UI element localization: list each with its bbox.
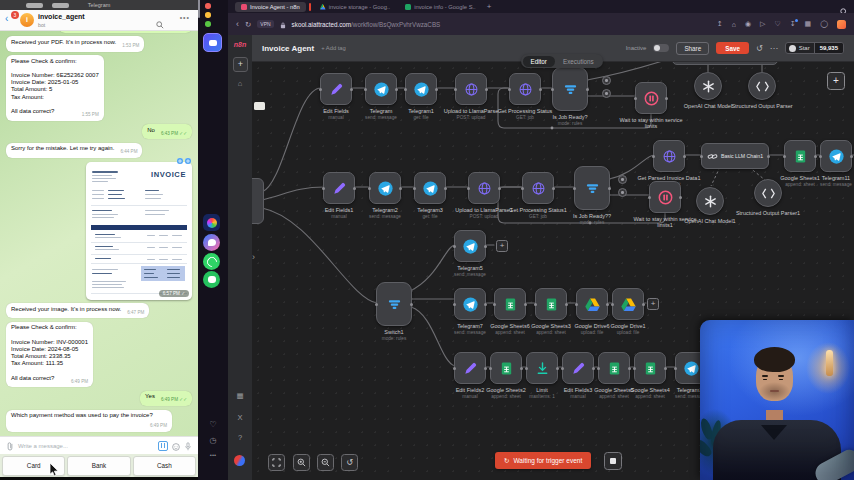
bot-keyboard-icon[interactable] (158, 441, 168, 451)
chat-header: ‹ 3 i invoice_agent bot ••• (0, 10, 198, 31)
download-icon[interactable]: ↧ (790, 20, 796, 28)
share-button[interactable]: Share (676, 42, 709, 55)
profile-avatar[interactable] (837, 20, 846, 29)
new-tab-button[interactable]: + (487, 2, 492, 11)
chat-message: Please Check & confirm: Invoice Number: … (6, 55, 104, 121)
invoice-table-header (91, 225, 187, 230)
emoji-icon[interactable] (172, 437, 180, 455)
chat-menu-icon[interactable]: ••• (180, 14, 190, 21)
zoom-in-button[interactable] (293, 454, 310, 471)
active-toggle[interactable] (653, 44, 669, 52)
workflow-menu-icon[interactable]: ⋯ (770, 44, 778, 53)
browser-tab-sheets[interactable]: invoice info - Google S.. (399, 2, 482, 12)
chat-message: Yes 6:49 PM ✓✓ (140, 391, 192, 406)
browser-extension-icons: ↥ ⌂ ◉ ▷ ♡ ↧ ▦ ◯ (717, 20, 846, 29)
chat-message-photo[interactable]: INVOICE (86, 162, 192, 300)
mic-icon[interactable] (184, 437, 192, 455)
browser-back-button[interactable]: ‹ (236, 19, 239, 29)
github-star-widget[interactable]: Star 59,935 (785, 42, 844, 54)
google-drive-favicon (320, 4, 326, 10)
photo-action-icons[interactable] (177, 158, 191, 164)
app-dock: ♡ ◷ ••• (198, 0, 228, 480)
chat-message: No 6:43 PM ✓✓ (142, 124, 192, 139)
window-minimize-button[interactable] (205, 12, 211, 18)
open-connector-plus[interactable]: + (496, 240, 508, 252)
workflow-node-clipped-top[interactable] (672, 62, 778, 65)
user-avatar[interactable] (234, 455, 245, 466)
waiting-for-trigger-button[interactable]: ↻ Waiting for trigger event (495, 452, 591, 469)
browser-urlbar: ‹ ↻ VPN skool.aiattracted.com/workflow/B… (228, 13, 854, 35)
canvas-note-partial[interactable] (254, 102, 265, 110)
message-composer[interactable]: Write a message... (0, 436, 198, 454)
connector-badge[interactable] (602, 89, 611, 98)
add-workflow-button[interactable]: + (233, 57, 248, 72)
dock-photos-icon[interactable] (203, 214, 220, 231)
record-icon[interactable]: ◉ (745, 20, 751, 28)
dock-chat-app-icon[interactable] (203, 33, 222, 52)
add-node-button[interactable]: + (827, 72, 845, 90)
connector-badge[interactable] (618, 175, 627, 184)
browser-tab-drive[interactable]: invoice storage - Goog.. (314, 2, 397, 12)
chat-message: Please Check & confirm: Invoice Number: … (6, 322, 93, 388)
reset-view-button[interactable]: ↺ (341, 454, 358, 471)
attach-icon[interactable] (6, 437, 14, 455)
share-icon[interactable]: ↥ (717, 20, 723, 28)
history-icon[interactable]: ↺ (756, 44, 763, 53)
save-button[interactable]: Save (716, 42, 749, 54)
dock-whatsapp-icon[interactable] (203, 253, 220, 270)
connector-badge[interactable] (618, 188, 627, 197)
screen: Telegram ‹ 3 i invoice_agent bot ••• 23.… (0, 0, 854, 480)
window-close-button[interactable] (205, 3, 211, 9)
lock-icon (280, 15, 286, 33)
tab-editor[interactable]: Editor (523, 56, 555, 67)
bot-avatar[interactable]: i (20, 13, 34, 27)
dock-heart-icon[interactable]: ♡ (198, 420, 228, 429)
quick-reply-row: Card Bank Cash (0, 454, 198, 477)
dock-messenger-icon[interactable] (203, 234, 220, 251)
apps-grid-icon[interactable]: ▦ (805, 20, 812, 28)
sidebar-expand-chevron[interactable]: › (252, 252, 255, 262)
invoice-document-preview: INVOICE (89, 165, 189, 297)
connector-badge[interactable] (602, 76, 611, 85)
chat-message: Sorry for the mistake. Let me try again.… (6, 143, 142, 158)
dock-line-icon[interactable] (203, 271, 220, 288)
workflow-title[interactable]: Invoice Agent (262, 44, 314, 53)
dock-history-icon[interactable]: ◷ (198, 436, 228, 445)
workflow-node-trigger-partial[interactable] (252, 178, 264, 224)
tab-executions[interactable]: Executions (555, 56, 602, 67)
heart-icon[interactable]: ♡ (774, 20, 780, 28)
chat-message-file: 23.7 KB - Show in Finder 1:53 PM ✓✓ (59, 31, 192, 33)
n8n-favicon (241, 4, 247, 10)
back-button[interactable]: ‹ (5, 13, 8, 25)
n8n-sidebar: n8n + ⌂ ▦ X ? (228, 35, 253, 480)
vpn-badge[interactable]: VPN (257, 20, 273, 28)
play-icon[interactable]: ▷ (760, 20, 765, 28)
browser-reload-button[interactable]: ↻ (245, 20, 251, 29)
open-connector-plus[interactable]: + (647, 298, 659, 310)
window-zoom-button[interactable] (205, 21, 211, 27)
chat-message: Which payment method was used to pay the… (6, 410, 172, 432)
github-star-count: 59,935 (814, 43, 843, 53)
close-panel-icon[interactable]: X (228, 413, 252, 422)
templates-icon[interactable]: ▦ (228, 391, 252, 400)
overview-home-icon[interactable]: ⌂ (228, 79, 252, 88)
chat-message: Received your PDF. It's in process now.1… (6, 36, 144, 51)
home-icon[interactable]: ⌂ (732, 21, 736, 28)
zoom-to-fit-button[interactable] (268, 454, 285, 471)
browser-tab-n8n[interactable]: Invoice Agent - n8n (235, 2, 306, 12)
quick-reply-bank[interactable]: Bank (67, 456, 130, 476)
add-tag-button[interactable]: + Add tag (321, 45, 346, 51)
dock-more-icon[interactable]: ••• (198, 452, 228, 458)
mouse-cursor (49, 463, 60, 480)
zoom-out-button[interactable] (317, 454, 334, 471)
github-icon (789, 45, 796, 52)
quick-reply-cash[interactable]: Cash (133, 456, 196, 476)
message-input[interactable]: Write a message... (18, 443, 154, 449)
help-icon[interactable]: ? (228, 433, 252, 442)
n8n-logo[interactable]: n8n (228, 41, 252, 48)
chat-message-list[interactable]: 23.7 KB - Show in Finder 1:53 PM ✓✓ Rece… (0, 31, 198, 436)
url-text[interactable]: skool.aiattracted.com/workflow/BsQwxPvhr… (292, 21, 441, 28)
account-icon[interactable]: ◯ (820, 20, 828, 28)
dock-shield-icon[interactable] (198, 0, 200, 18)
stop-execution-button[interactable] (604, 452, 622, 470)
